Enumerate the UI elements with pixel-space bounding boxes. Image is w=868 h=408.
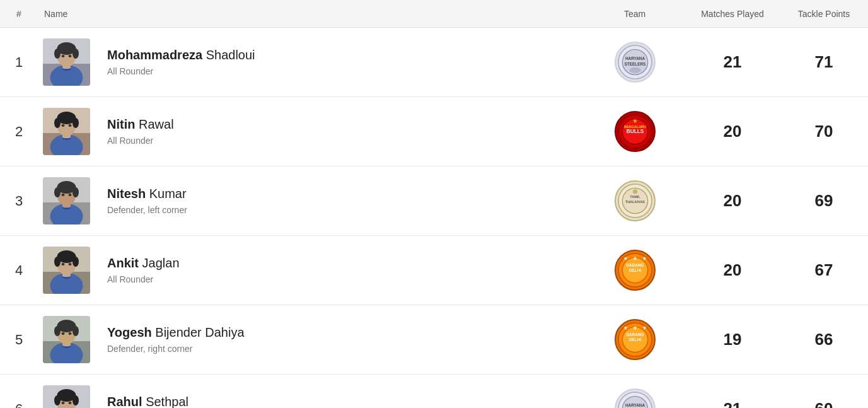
player-info: Ankit Jaglan All Rounder xyxy=(95,256,584,284)
player-info: Rahul Sethpal Defender, right corner xyxy=(95,395,584,408)
svg-text:DABANG: DABANG xyxy=(626,332,644,337)
tackle-points: 60 xyxy=(780,399,868,408)
leaderboard-table: # Name Team Matches Played Tackle Points… xyxy=(0,0,868,408)
svg-point-86 xyxy=(72,395,79,405)
player-photo xyxy=(43,38,90,86)
svg-point-53 xyxy=(61,263,64,265)
svg-point-7 xyxy=(72,49,79,59)
player-photo xyxy=(43,385,90,408)
tackle-points: 71 xyxy=(780,52,868,72)
svg-point-87 xyxy=(61,402,64,404)
player-rows: 1 Mohammadreza Shadloui All Rounder xyxy=(0,28,868,408)
svg-point-38 xyxy=(61,194,64,196)
svg-point-52 xyxy=(72,257,79,267)
svg-point-88 xyxy=(68,402,71,404)
svg-point-6 xyxy=(54,49,61,59)
player-rank: 3 xyxy=(0,193,38,209)
player-name: Rahul Sethpal xyxy=(107,395,584,408)
player-first-name: Nitin xyxy=(107,117,135,131)
tackle-points: 66 xyxy=(780,330,868,349)
player-photo-container xyxy=(38,38,95,86)
table-header: # Name Team Matches Played Tackle Points xyxy=(0,0,868,28)
player-name: Ankit Jaglan xyxy=(107,256,584,271)
svg-point-23 xyxy=(61,124,64,127)
player-last-name: Rawal xyxy=(139,117,174,131)
player-role: All Rounder xyxy=(107,274,584,284)
header-name: Name xyxy=(38,8,584,20)
svg-point-69 xyxy=(72,326,79,336)
header-team: Team xyxy=(584,8,685,20)
tackle-points: 70 xyxy=(780,122,868,141)
player-name: Yogesh Bijender Dahiya xyxy=(107,325,584,340)
tackle-points: 67 xyxy=(780,260,868,280)
player-name: Nitin Rawal xyxy=(107,117,584,132)
svg-text:HARYANA: HARYANA xyxy=(625,56,645,61)
player-photo-container xyxy=(38,385,95,408)
player-photo xyxy=(43,108,90,155)
player-role: Defender, right corner xyxy=(107,344,584,354)
table-row[interactable]: 1 Mohammadreza Shadloui All Rounder xyxy=(0,28,868,97)
matches-count: 21 xyxy=(685,52,780,72)
matches-count: 20 xyxy=(685,191,780,211)
team-logo: DABANG DELHI xyxy=(615,319,656,360)
svg-point-21 xyxy=(54,118,61,128)
svg-text:TAMIL: TAMIL xyxy=(630,195,640,199)
team-logo: TAMIL THALAIVAS xyxy=(615,180,656,221)
player-rank: 6 xyxy=(0,401,38,409)
team-logo: BENGALURU BULLS xyxy=(615,111,656,152)
player-info: Yogesh Bijender Dahiya Defender, right c… xyxy=(95,325,584,354)
team-logo-container: DABANG DELHI xyxy=(584,319,685,360)
player-first-name: Nitesh xyxy=(107,187,146,201)
team-logo-container: DABANG DELHI xyxy=(584,250,685,291)
svg-point-68 xyxy=(54,326,61,336)
team-logo: DABANG DELHI xyxy=(615,250,656,291)
table-row[interactable]: 6 Rahul Sethpal Defender, right corne xyxy=(0,375,868,408)
svg-point-14 xyxy=(629,67,640,73)
svg-point-24 xyxy=(68,124,71,127)
team-logo-container: HARYANA STEELERS xyxy=(584,388,685,408)
svg-point-51 xyxy=(54,257,61,267)
svg-text:BULLS: BULLS xyxy=(626,129,644,134)
player-first-name: Yogesh xyxy=(107,325,152,339)
svg-point-39 xyxy=(68,194,71,196)
player-rank: 2 xyxy=(0,124,38,140)
player-role: Defender, left corner xyxy=(107,205,584,215)
player-last-name: Shadloui xyxy=(206,48,255,62)
player-rank: 5 xyxy=(0,332,38,348)
svg-text:STEELERS: STEELERS xyxy=(624,62,646,66)
player-rank: 1 xyxy=(0,54,38,71)
team-logo: HARYANA STEELERS xyxy=(615,388,656,408)
player-last-name: Bijender Dahiya xyxy=(155,325,244,339)
matches-count: 19 xyxy=(685,330,780,349)
table-row[interactable]: 2 Nitin Rawal All Rounder xyxy=(0,97,868,166)
team-logo-container: HARYANA STEELERS xyxy=(584,42,685,83)
team-logo-container: BENGALURU BULLS xyxy=(584,111,685,152)
team-logo: HARYANA STEELERS xyxy=(615,42,656,83)
player-photo xyxy=(43,177,90,224)
table-row[interactable]: 5 Yogesh Bijender Dahiya Defender, ri xyxy=(0,305,868,375)
player-photo-container xyxy=(38,177,95,224)
header-points: Tackle Points xyxy=(780,8,868,20)
player-name: Nitesh Kumar xyxy=(107,187,584,201)
table-row[interactable]: 4 Ankit Jaglan All Rounder xyxy=(0,236,868,305)
player-info: Nitin Rawal All Rounder xyxy=(95,117,584,146)
svg-point-37 xyxy=(72,187,79,197)
svg-point-85 xyxy=(54,395,61,405)
svg-point-8 xyxy=(61,55,64,57)
svg-text:DABANG: DABANG xyxy=(626,263,644,267)
player-role: All Rounder xyxy=(107,136,584,146)
matches-count: 20 xyxy=(685,122,780,141)
player-first-name: Ankit xyxy=(107,256,139,270)
svg-point-71 xyxy=(68,332,71,335)
svg-text:HARYANA: HARYANA xyxy=(625,403,645,407)
matches-count: 21 xyxy=(685,399,780,408)
header-matches: Matches Played xyxy=(685,8,780,20)
svg-text:DELHI: DELHI xyxy=(628,337,640,342)
player-photo-container xyxy=(38,108,95,155)
player-info: Mohammadreza Shadloui All Rounder xyxy=(95,48,584,76)
table-row[interactable]: 3 Nitesh Kumar Defender, left corner xyxy=(0,166,868,236)
player-photo-container xyxy=(38,316,95,363)
svg-point-9 xyxy=(68,55,71,57)
svg-text:THALAIVAS: THALAIVAS xyxy=(625,200,644,204)
matches-count: 20 xyxy=(685,260,780,280)
